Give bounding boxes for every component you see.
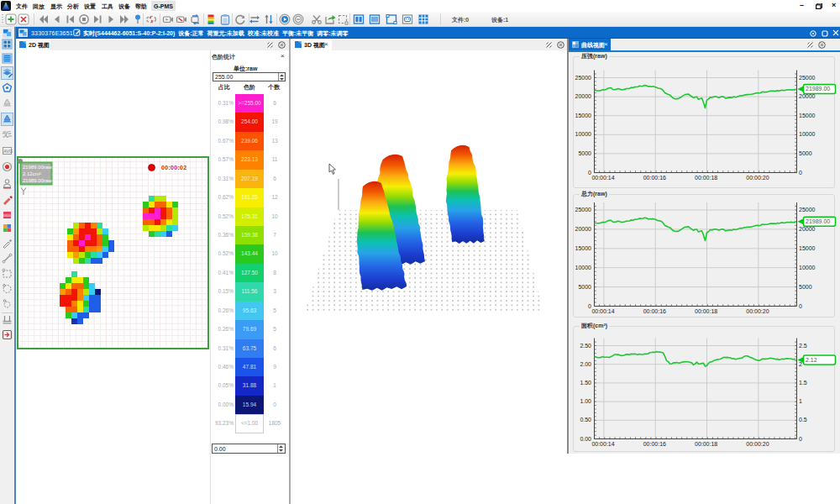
- svg-text:AVG: AVG: [3, 130, 11, 135]
- svg-text:AVG: AVG: [3, 149, 13, 154]
